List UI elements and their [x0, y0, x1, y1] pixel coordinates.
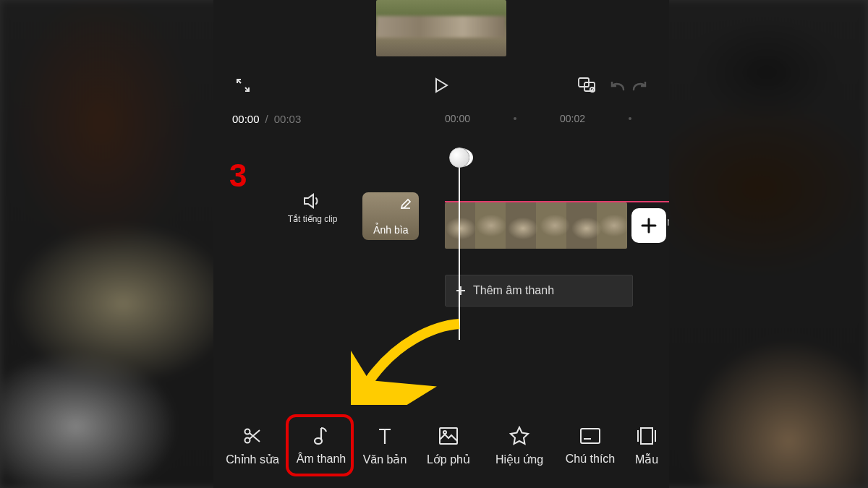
tool-text[interactable]: Văn bản	[359, 425, 410, 466]
layers-button[interactable]	[576, 74, 598, 96]
annotation-arrow	[351, 318, 467, 405]
time-current: 00:00	[232, 113, 260, 125]
timeline-ruler: 00:00 00:02	[445, 113, 669, 124]
svg-rect-9	[641, 428, 652, 444]
tool-caption[interactable]: Chú thích	[558, 425, 623, 466]
tool-label: Mẫu	[635, 453, 658, 466]
redo-button[interactable]	[629, 74, 650, 96]
tool-label: Chú thích	[566, 453, 615, 466]
edit-icon	[400, 198, 412, 210]
ruler-mark: 00:00	[445, 113, 470, 124]
tool-label: Chỉnh sửa	[226, 453, 279, 466]
player-controls	[213, 69, 669, 101]
annotation-step-number: 3	[229, 158, 247, 194]
svg-point-3	[245, 429, 250, 434]
mute-clip-button[interactable]: Tắt tiếng clip	[277, 192, 348, 224]
image-icon	[438, 425, 459, 447]
caption-icon	[579, 425, 601, 447]
undo-icon	[609, 78, 626, 93]
tool-overlay[interactable]: Lớp phủ	[416, 425, 481, 466]
svg-point-4	[245, 437, 250, 442]
add-audio-label: Thêm âm thanh	[473, 284, 554, 297]
template-icon	[636, 425, 658, 447]
layers-icon	[578, 77, 597, 93]
add-clip-button[interactable]	[631, 208, 666, 243]
fullscreen-icon	[234, 77, 252, 94]
plus-icon	[456, 286, 466, 296]
time-separator: /	[265, 113, 268, 125]
ruler-mark: 00:02	[560, 113, 585, 124]
svg-point-7	[443, 431, 446, 434]
playhead[interactable]	[459, 152, 460, 340]
video-clip[interactable]	[445, 202, 627, 249]
plus-icon	[639, 216, 658, 235]
tool-label: Lớp phủ	[427, 453, 470, 466]
video-track[interactable]: m	[445, 201, 669, 247]
star-icon	[509, 425, 530, 447]
text-icon	[374, 425, 396, 447]
annotation-highlight-box	[286, 414, 354, 476]
redo-icon	[631, 78, 648, 93]
add-audio-button[interactable]: Thêm âm thanh	[445, 275, 633, 307]
speaker-icon	[302, 192, 323, 210]
fullscreen-button[interactable]	[232, 74, 254, 96]
svg-rect-8	[581, 429, 600, 443]
play-button[interactable]	[430, 74, 452, 96]
cover-label: Ảnh bìa	[373, 224, 409, 236]
tool-effects[interactable]: Hiệu ứng	[487, 425, 552, 466]
video-preview[interactable]	[376, 0, 506, 56]
tool-label: Văn bản	[363, 453, 407, 466]
video-editor-app: 00:00 / 00:03 00:00 00:02 3 Tắt tiếng cl…	[213, 0, 669, 488]
play-icon	[433, 77, 449, 94]
mute-clip-label: Tắt tiếng clip	[288, 214, 338, 224]
tool-template[interactable]: Mẫu	[629, 425, 665, 466]
undo-button[interactable]	[607, 74, 629, 96]
cover-thumbnail-button[interactable]: Ảnh bìa	[362, 192, 419, 240]
scissors-icon	[242, 425, 263, 447]
ruler-dot	[629, 117, 631, 120]
tool-label: Hiệu ứng	[495, 453, 543, 466]
bottom-toolbar: Chỉnh sửa Âm thanh Văn bản Lớp phủ Hiệu …	[213, 408, 669, 488]
ruler-dot	[514, 117, 516, 120]
tool-edit[interactable]: Chỉnh sửa	[222, 425, 283, 466]
add-clip-trail-text: m	[667, 215, 669, 228]
time-total: 00:03	[274, 113, 302, 125]
